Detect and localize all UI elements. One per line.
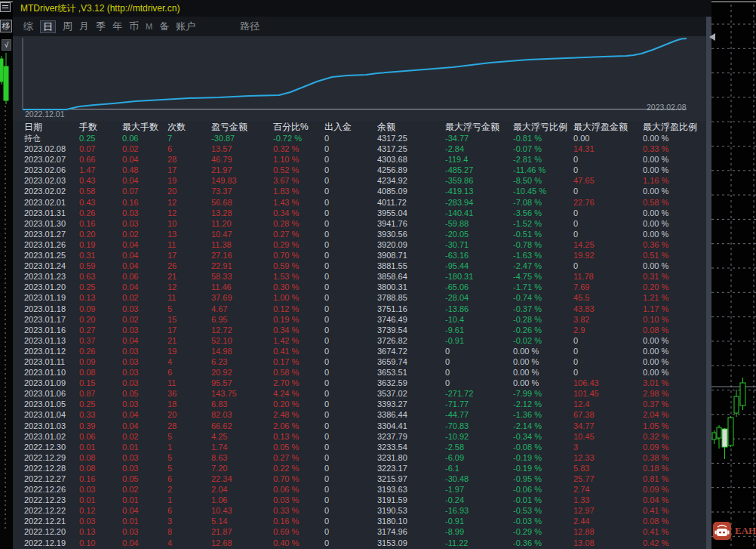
menu-item-币[interactable]: 币 [129,20,139,33]
stats-table-body: 持仓0.250.067-30.87-0.72 %04317.25-34.77-0… [13,133,711,548]
check-icon[interactable]: √ [2,39,11,51]
table-row[interactable]: 2023.01.060.870.0536143.754.24 %03537.02… [13,388,711,399]
table-row[interactable]: 2023.02.070.660.042846.791.10 %04303.68-… [13,154,711,165]
table-row[interactable]: 2023.01.110.090.0346.230.17 %03659.7400.… [13,356,711,367]
table-row[interactable]: 2022.12.200.130.03821.870.69 %03174.96-8… [13,526,711,537]
menu-item-M[interactable]: M [146,22,152,31]
column-header[interactable]: 余额 [377,122,445,133]
menu-item-年[interactable]: 年 [112,20,122,33]
table-row[interactable]: 2023.02.061.470.481721.970.52 %04256.89-… [13,165,711,175]
table-cell: 0.37 % [643,399,711,409]
minimize-window-icon[interactable] [0,2,11,12]
table-cell: 0.00 % [643,335,711,346]
table-cell: 12.72 [211,325,273,335]
menu-item-账户[interactable]: 账户 [176,20,195,33]
table-row[interactable]: 2022.12.260.030.0222.040.06 %03193.63-1.… [13,484,711,495]
column-header[interactable]: 最大浮亏金额 [445,122,513,133]
table-row[interactable]: 2022.12.290.080.0358.630.27 %03231.80-6.… [13,452,711,463]
table-cell: 73.37 [211,186,273,196]
menu-item-季[interactable]: 季 [96,20,106,33]
table-row[interactable]: 2022.12.210.030.0135.140.16 %03180.10-0.… [13,516,711,526]
menu-item-日[interactable]: 日 [40,20,56,33]
table-row[interactable]: 2023.01.250.310.041727.160.70 %03908.71-… [13,250,711,261]
table-cell: -6.09 [445,452,513,463]
column-header[interactable]: 手数 [79,122,122,133]
table-cell: 13.08 [573,538,643,548]
table-cell: 0.03 [122,526,167,537]
column-header[interactable]: 盈亏金额 [211,122,273,133]
table-cell: 0.43 [79,197,122,208]
table-row[interactable]: 2023.02.080.070.02613.570.32 %04317.25-2… [13,143,711,154]
table-row[interactable]: 2022.12.230.010.0111.060.03 %03191.59-0.… [13,495,711,505]
column-header[interactable]: 最大浮盈比例 [643,122,711,133]
column-header[interactable]: 最大浮盈金额 [573,122,643,133]
table-cell: 0.59 % [273,261,324,271]
table-row[interactable]: 2023.02.030.430.0419149.833.67 %04234.92… [13,175,711,186]
table-cell: -28.04 [445,292,513,303]
table-row[interactable]: 2023.01.090.150.031195.572.70 %03632.590… [13,378,711,388]
table-row[interactable]: 2022.12.220.120.04610.430.33 %03190.53-1… [13,505,711,516]
table-row[interactable]: 2022.12.280.080.0357.200.22 %03223.17-6.… [13,463,711,473]
table-row[interactable]: 2023.01.240.590.042622.910.59 %03881.55-… [13,261,711,271]
table-cell: 0 [324,505,377,516]
table-cell: 1.06 [211,495,273,505]
table-row[interactable]: 2022.12.300.010.0111.740.05 %03233.54-2.… [13,442,711,452]
table-row[interactable]: 2023.01.180.090.0354.670.12 %03751.16-13… [13,304,711,314]
menu-item-备[interactable]: 备 [159,20,169,33]
table-cell: 0.09 % [643,484,711,495]
table-row[interactable]: 2023.01.310.260.031213.280.34 %03955.04-… [13,208,711,218]
table-cell: 1.17 % [643,304,711,314]
panel-scrollbar[interactable] [706,17,711,549]
table-cell: 4011.72 [377,197,445,208]
table-cell: 0.00 % [643,346,711,356]
column-header[interactable]: 百分比% [273,122,324,133]
table-cell: 0.00 % [643,356,711,367]
table-cell: 6.83 [211,399,273,409]
table-cell: 0.81 % [643,473,711,484]
column-header[interactable]: 次数 [167,122,211,133]
table-row[interactable]: 2023.01.030.390.042866.622.06 %03304.41-… [13,421,711,431]
table-cell: 17 [167,325,211,335]
menu-item-综[interactable]: 综 [23,20,33,33]
table-row[interactable]: 2023.01.040.330.042082.032.48 %03386.44-… [13,409,711,420]
column-header[interactable]: 出入金 [324,122,377,133]
column-header[interactable]: 最大浮亏比例 [513,122,573,133]
table-cell: 0 [324,133,377,143]
table-row[interactable]: 2022.12.270.160.05622.340.70 %03215.97-3… [13,473,711,484]
table-row[interactable]: 2023.01.120.260.031914.980.41 %03674.720… [13,346,711,356]
right-candlesticks [711,0,756,549]
table-cell: -1.71 % [513,282,573,292]
table-cell: 0 [324,473,377,484]
table-row[interactable]: 2023.01.190.130.021137.691.00 %03788.85-… [13,292,711,303]
table-cell: 0 [324,388,377,399]
table-cell: 2023.01.27 [13,229,79,239]
table-cell: 0.16 % [273,516,324,526]
menu-item-周[interactable]: 周 [63,20,72,33]
table-row[interactable]: 2023.01.050.250.03186.830.20 %03393.27-7… [13,399,711,409]
table-cell: 5 [167,431,211,442]
table-row[interactable]: 2023.02.020.580.072073.371.83 %04085.09-… [13,186,711,196]
table-cell: 0.01 [79,495,122,505]
table-row[interactable]: 2022.12.190.100.04412.680.40 %03153.09-1… [13,538,711,548]
menu-item-月[interactable]: 月 [79,20,89,33]
menu-item-path[interactable]: 路径 [240,20,260,33]
eahub-watermark[interactable]: EAHub [713,522,756,540]
table-row[interactable]: 2023.01.130.370.042152.101.42 %03726.82-… [13,335,711,346]
move-tool-button[interactable]: 移 [0,20,12,32]
table-row[interactable]: 2023.01.270.200.021310.470.27 %03930.56-… [13,229,711,239]
table-row[interactable]: 2023.01.160.270.031712.720.34 %03739.54-… [13,325,711,335]
table-row[interactable]: 2023.02.010.430.161256.681.43 %04011.72-… [13,197,711,208]
table-row[interactable]: 2023.01.170.200.02156.950.19 %03746.49-1… [13,314,711,325]
table-row[interactable]: 2023.01.260.190.041111.380.29 %03920.09-… [13,239,711,250]
column-header[interactable]: 日期 [13,122,79,133]
table-cell: 0.06 [122,271,167,282]
table-row[interactable]: 2023.01.200.250.041211.460.30 %03800.31-… [13,282,711,292]
column-header[interactable]: 最大手数 [122,122,167,133]
table-row[interactable]: 2023.01.100.080.03620.920.58 %03653.5100… [13,367,711,378]
table-cell: 0.03 [122,208,167,218]
table-cell: 2023.01.04 [13,409,79,420]
table-row[interactable]: 2023.01.300.160.031011.200.28 %03941.76-… [13,218,711,229]
table-row[interactable]: 2023.01.020.060.0254.250.13 %03237.79-10… [13,431,711,442]
position-row[interactable]: 持仓0.250.067-30.87-0.72 %04317.25-34.77-0… [13,133,711,143]
table-row[interactable]: 2023.01.230.630.062158.331.53 %03858.64-… [13,271,711,282]
